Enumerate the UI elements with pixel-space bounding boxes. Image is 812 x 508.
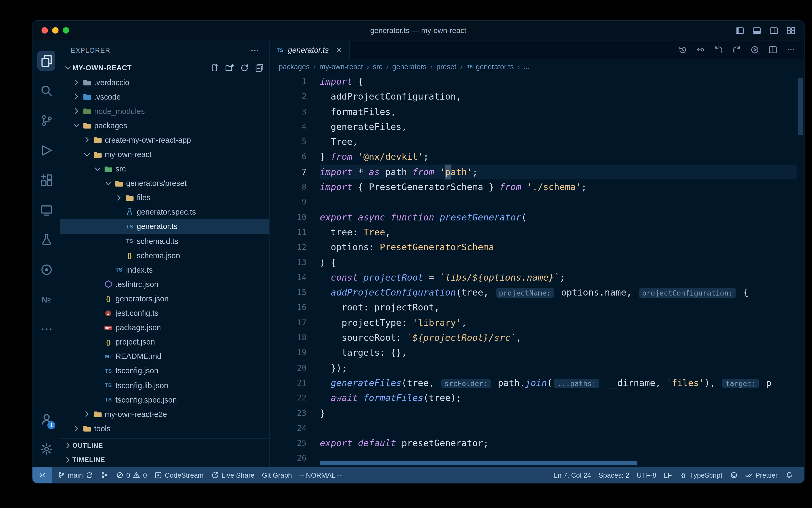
sidebar-bottom-sections: OUTLINETIMELINE — [60, 438, 269, 467]
codestream-status[interactable]: CodeStream — [151, 467, 207, 483]
remote-indicator[interactable] — [33, 467, 52, 483]
code-token: ; — [472, 167, 478, 177]
activity-remote-explorer[interactable] — [35, 195, 58, 225]
breadcrumb-item-preset[interactable]: preset — [436, 62, 456, 71]
open-changes-icon[interactable] — [696, 45, 705, 54]
activity-source-control[interactable] — [35, 105, 58, 135]
code-token: }); — [320, 363, 347, 373]
vertical-scrollbar[interactable] — [798, 78, 803, 135]
notifications[interactable] — [781, 467, 797, 483]
activity-codestream[interactable] — [35, 255, 58, 284]
files-icon — [40, 54, 53, 67]
activity-nx-console[interactable]: N≥ — [35, 284, 58, 314]
cursor-position[interactable]: Ln 7, Col 24 — [550, 467, 594, 483]
activity-settings[interactable] — [35, 434, 58, 464]
tree-item-src[interactable]: src — [60, 162, 269, 176]
section-outline[interactable]: OUTLINE — [60, 438, 269, 453]
tree-item-schema-json[interactable]: {}schema.json — [60, 248, 269, 262]
breadcrumb-item-packages[interactable]: packages — [279, 62, 310, 71]
code-line-2: addProjectConfiguration, — [320, 89, 797, 104]
code-line-21: generateFiles(tree, srcFolder: path.join… — [320, 375, 797, 391]
formatter[interactable]: Prettier — [741, 467, 781, 483]
refresh-icon[interactable] — [240, 64, 249, 73]
problems-status[interactable]: 00 — [112, 467, 151, 483]
vim-mode[interactable]: -- NORMAL -- — [296, 467, 345, 483]
tree-item-packages[interactable]: packages — [60, 119, 269, 133]
end-of-line[interactable]: LF — [660, 467, 675, 483]
tree-item-my-own-react-e2e[interactable]: my-own-react-e2e — [60, 407, 269, 421]
breadcrumb-item-generators[interactable]: generators — [392, 62, 427, 71]
breadcrumb-separator: › — [314, 62, 316, 71]
workspace-section-header[interactable]: MY-OWN-REACT — [60, 61, 269, 75]
tree-item-project-json[interactable]: {}project.json — [60, 335, 269, 349]
activity-run-and-debug[interactable] — [35, 135, 58, 165]
activity-explorer[interactable] — [35, 46, 58, 76]
git-graph-status[interactable]: Git Graph — [258, 467, 296, 483]
encoding[interactable]: UTF-8 — [633, 467, 660, 483]
tree-item-tools[interactable]: tools — [60, 421, 269, 436]
more-actions-icon[interactable] — [786, 45, 796, 54]
tree-item-files[interactable]: files — [60, 190, 269, 205]
layout-secondary-sidebar-icon[interactable] — [769, 26, 778, 35]
breadcrumb-item-src[interactable]: src — [373, 62, 382, 71]
activity-accounts[interactable]: 1 — [35, 404, 58, 434]
navigate-forward-icon[interactable] — [732, 45, 741, 54]
activity-testing[interactable] — [35, 225, 58, 255]
run-icon[interactable] — [750, 45, 759, 54]
tree-item-tsconfig-json[interactable]: TStsconfig.json — [60, 364, 269, 378]
layout-sidebar-icon[interactable] — [735, 26, 745, 35]
tree-item-generators-json[interactable]: {}generators.json — [60, 292, 269, 306]
tree-item-my-own-react[interactable]: my-own-react — [60, 147, 269, 162]
line-number: 12 — [270, 240, 306, 255]
close-tab-icon[interactable] — [335, 46, 343, 54]
liveshare-status[interactable]: Live Share — [207, 467, 258, 483]
layout-panel-icon[interactable] — [752, 26, 761, 35]
breadcrumb-item-[interactable]: ... — [524, 62, 530, 71]
tree-item-generator-spec-ts[interactable]: generator.spec.ts — [60, 205, 269, 219]
file-label: package.json — [115, 323, 161, 332]
activity-search[interactable] — [35, 76, 58, 105]
tree-item-jest-config-ts[interactable]: Jjest.config.ts — [60, 306, 269, 320]
new-file-icon[interactable] — [210, 64, 219, 73]
explorer-more-actions-icon[interactable] — [250, 46, 260, 55]
line-number: 2 — [270, 89, 306, 104]
tree-item-schema-d-ts[interactable]: TSschema.d.ts — [60, 234, 269, 248]
activity-more-views[interactable] — [35, 314, 58, 344]
tree-item-verdaccio[interactable]: .verdaccio — [60, 75, 269, 89]
tree-item-node-modules[interactable]: node_modules — [60, 104, 269, 118]
close-window-button[interactable] — [42, 27, 48, 34]
history-icon[interactable] — [678, 45, 687, 54]
new-folder-icon[interactable] — [225, 64, 234, 73]
breadcrumb-item-my-own-react[interactable]: my-own-react — [320, 62, 363, 71]
indentation[interactable]: Spaces: 2 — [595, 467, 633, 483]
git-graph-button[interactable] — [97, 467, 112, 483]
tree-item-index-ts[interactable]: TSindex.ts — [60, 262, 269, 277]
tree-item-generator-ts[interactable]: TSgenerator.ts — [60, 219, 269, 234]
split-editor-icon[interactable] — [768, 45, 777, 54]
tree-item-create-my-own-react-app[interactable]: create-my-own-react-app — [60, 133, 269, 147]
tree-item-generators-preset[interactable]: generators/preset — [60, 176, 269, 190]
navigate-back-icon[interactable] — [714, 45, 723, 54]
customize-layout-icon[interactable] — [786, 26, 796, 35]
tree-item-eslintrc-json[interactable]: .eslintrc.json — [60, 277, 269, 292]
minimize-window-button[interactable] — [52, 27, 58, 34]
zoom-window-button[interactable] — [63, 27, 69, 34]
code-editor[interactable]: 1234567891011121314151617181920212223242… — [270, 74, 804, 467]
tree-item-tsconfig-lib-json[interactable]: TStsconfig.lib.json — [60, 378, 269, 392]
horizontal-scrollbar[interactable] — [320, 461, 637, 465]
language-mode[interactable]: {}TypeScript — [675, 467, 726, 483]
breadcrumb-separator: › — [460, 62, 463, 71]
activity-extensions[interactable] — [35, 165, 58, 195]
tree-item-readme-md[interactable]: M↓README.md — [60, 349, 269, 364]
tree-item-package-json[interactable]: npmpackage.json — [60, 320, 269, 335]
tab-generator-ts[interactable]: TS generator.ts — [270, 40, 349, 59]
section-timeline[interactable]: TIMELINE — [60, 453, 269, 467]
file-label: generator.ts — [137, 222, 178, 231]
branch-status[interactable]: main — [54, 467, 97, 483]
breadcrumb-item-generator-ts[interactable]: TSgenerator.ts — [466, 62, 514, 71]
code-line-11: tree: Tree, — [320, 225, 797, 240]
collapse-all-icon[interactable] — [255, 64, 264, 73]
tree-item-tsconfig-spec-json[interactable]: TStsconfig.spec.json — [60, 392, 269, 407]
tree-item-vscode[interactable]: .vscode — [60, 89, 269, 104]
feedback[interactable] — [726, 467, 741, 483]
